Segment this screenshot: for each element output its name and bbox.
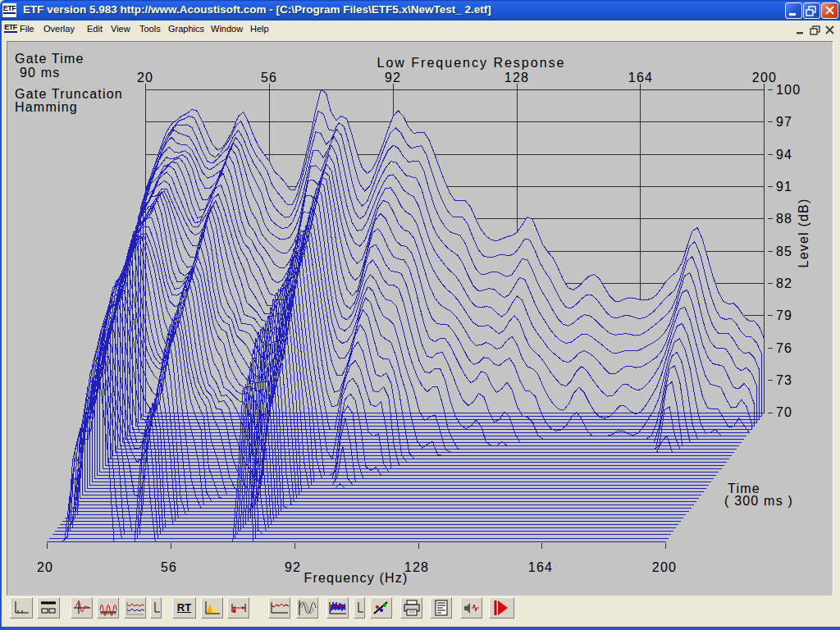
svg-text:91: 91 [776,180,792,194]
svg-text:Frequency (Hz): Frequency (Hz) [304,571,408,585]
svg-text:200: 200 [652,560,677,574]
svg-text:200: 200 [752,71,777,84]
svg-text:70: 70 [776,405,792,419]
svg-text:85: 85 [776,244,792,258]
svg-text:73: 73 [776,373,792,387]
svg-text:Gate Truncation: Gate Truncation [15,87,123,101]
svg-text:97: 97 [776,115,792,129]
svg-text:20: 20 [37,560,53,574]
svg-text:92: 92 [385,71,401,84]
svg-text:76: 76 [776,341,792,355]
svg-text:Low Frequency Response: Low Frequency Response [377,56,566,70]
svg-text:90 ms: 90 ms [20,66,61,80]
svg-text:164: 164 [628,71,653,84]
svg-text:20: 20 [137,71,153,84]
svg-text:56: 56 [261,71,277,84]
svg-text:164: 164 [528,560,553,574]
svg-text:Gate Time: Gate Time [15,52,84,66]
svg-text:128: 128 [504,71,529,84]
svg-text:Level (dB): Level (dB) [797,199,810,268]
svg-text:94: 94 [776,148,792,162]
svg-text:88: 88 [776,212,792,226]
svg-text:( 300 ms ): ( 300 ms ) [724,494,793,508]
svg-text:Hamming: Hamming [15,100,78,114]
svg-text:56: 56 [161,560,177,574]
svg-text:100: 100 [776,83,801,97]
svg-text:82: 82 [776,276,792,290]
svg-text:79: 79 [776,308,792,322]
svg-text:92: 92 [285,560,301,574]
